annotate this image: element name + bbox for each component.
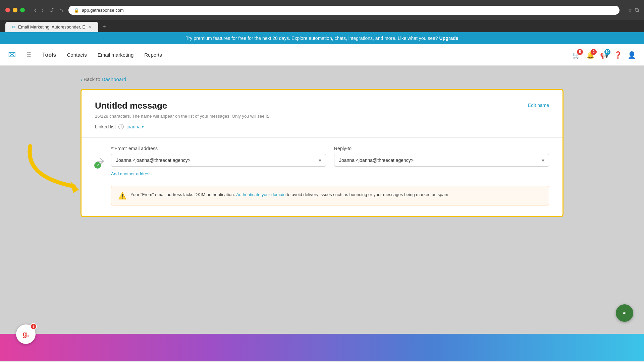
list-dropdown-value: joanna (126, 124, 141, 129)
nav-tools[interactable]: Tools (42, 52, 56, 58)
refresh-button[interactable]: ↺ (48, 5, 55, 15)
email-section: ✓ *"From" email address Joanna <joanna@t… (95, 146, 549, 205)
minimize-button[interactable] (13, 8, 17, 12)
step-icon: ✓ (95, 155, 107, 167)
message-hint: 16/128 characters. The name will appear … (95, 114, 549, 119)
back-nav: ‹ Back to Dashboard (0, 76, 644, 89)
brand-logo[interactable]: ✉ (8, 49, 16, 60)
message-title: Untitled message (95, 101, 167, 111)
tab-close-button[interactable]: ✕ (88, 24, 92, 29)
list-dropdown-arrow-icon: ▾ (142, 125, 144, 129)
main-content: ‹ Back to Dashboard Untitled message Edi… (0, 66, 644, 361)
profile-button[interactable]: 👤 (628, 51, 636, 59)
browser-icons: ☆ ⧉ (628, 7, 639, 13)
g-badge: 5 (30, 323, 37, 330)
top-nav: ✉ ⠿ Tools Contacts Email marketing Repor… (0, 44, 644, 66)
bottom-bar (0, 334, 644, 361)
nav-right: 🛒 5 🔔 2 📢 10 ❓ 👤 (573, 51, 636, 59)
linked-list-row: Linked list i joanna ▾ (95, 124, 549, 129)
reply-to-select-wrapper: Joanna <joanna@threecat.agency> (334, 154, 549, 167)
message-name-row: Untitled message Edit name (95, 101, 549, 111)
ai-button-label: AI (623, 311, 627, 315)
edit-name-link[interactable]: Edit name (528, 103, 549, 108)
list-dropdown[interactable]: joanna ▾ (126, 124, 144, 129)
close-button[interactable] (5, 8, 10, 12)
bell-button[interactable]: 🔔 2 (586, 51, 595, 59)
g-icon-letter: g. (22, 330, 29, 339)
lock-icon: 🔒 (74, 8, 79, 13)
new-tab-button[interactable]: + (98, 22, 110, 32)
warning-text: Your "From" email address lacks DKIM aut… (130, 191, 449, 198)
dashboard-link-text: Dashboard (102, 76, 126, 82)
warning-box: ⚠️ Your "From" email address lacks DKIM … (111, 186, 549, 205)
browser-nav: ‹ › ↺ ⌂ (33, 5, 64, 15)
from-email-select[interactable]: Joanna <joanna@threecat.agency> (111, 154, 326, 167)
broadcast-badge: 10 (604, 49, 610, 55)
back-to-dashboard-link[interactable]: ‹ Back to Dashboard (80, 76, 564, 82)
warning-suffix-text: to avoid delivery issues such as bouncin… (287, 192, 449, 197)
add-address-link[interactable]: Add another address (111, 171, 152, 176)
extensions-icon[interactable]: ⧉ (635, 7, 639, 13)
broadcast-button[interactable]: 📢 10 (600, 51, 608, 59)
url-text: app.getresponse.com (82, 8, 124, 13)
reply-to-select[interactable]: Joanna <joanna@threecat.agency> (334, 154, 549, 167)
tab-bar: ✉ Email Marketing, Autoresponder, E ✕ + (0, 20, 644, 32)
svg-marker-0 (70, 181, 79, 193)
nav-contacts[interactable]: Contacts (67, 52, 87, 58)
from-email-select-wrapper: Joanna <joanna@threecat.agency> (111, 154, 326, 167)
nav-links: Contacts Email marketing Reports (67, 52, 162, 58)
browser-chrome: ‹ › ↺ ⌂ 🔒 app.getresponse.com ☆ ⧉ (0, 0, 644, 20)
warning-main-text: Your "From" email address lacks DKIM aut… (130, 192, 235, 197)
reply-to-label: Reply-to (334, 146, 549, 151)
reply-to-block: Reply-to Joanna <joanna@threecat.agency> (334, 146, 549, 167)
nav-reports[interactable]: Reports (144, 52, 162, 58)
email-field-group: *"From" email address Joanna <joanna@thr… (111, 146, 549, 167)
from-email-block: *"From" email address Joanna <joanna@thr… (111, 146, 326, 167)
bell-badge: 2 (591, 49, 597, 55)
step-check-icon: ✓ (94, 162, 101, 169)
ai-button[interactable]: AI (616, 304, 633, 322)
linked-list-label: Linked list (95, 124, 116, 129)
authenticate-domain-link[interactable]: Authenticate your domain (236, 192, 285, 197)
warning-icon: ⚠️ (118, 192, 126, 200)
tab-title: Email Marketing, Autoresponder, E (18, 24, 85, 29)
tab-mail-icon: ✉ (12, 25, 15, 29)
info-icon[interactable]: i (118, 124, 124, 129)
forward-button[interactable]: › (40, 5, 45, 15)
traffic-lights (5, 8, 25, 12)
upgrade-link[interactable]: Upgrade (439, 36, 459, 41)
back-chevron-icon: ‹ (80, 76, 82, 82)
cart-badge: 5 (577, 49, 583, 55)
address-bar[interactable]: 🔒 app.getresponse.com (68, 6, 620, 15)
promo-text: Try premium features for free for the ne… (186, 36, 438, 41)
help-button[interactable]: ❓ (614, 51, 622, 59)
back-prefix: Back to (84, 76, 100, 82)
from-email-label: *"From" email address (111, 146, 326, 151)
active-tab[interactable]: ✉ Email Marketing, Autoresponder, E ✕ (5, 22, 98, 32)
grid-icon[interactable]: ⠿ (26, 51, 32, 59)
form-card: Untitled message Edit name 16/128 charac… (80, 89, 564, 217)
g-icon-container[interactable]: g. 5 (16, 324, 36, 344)
back-button[interactable]: ‹ (33, 5, 38, 15)
star-icon[interactable]: ☆ (628, 7, 632, 13)
home-button[interactable]: ⌂ (58, 5, 64, 15)
cart-button[interactable]: 🛒 5 (573, 51, 581, 59)
maximize-button[interactable] (20, 8, 25, 12)
nav-email-marketing[interactable]: Email marketing (98, 52, 134, 58)
section-divider (82, 137, 562, 138)
email-fields: *"From" email address Joanna <joanna@thr… (111, 146, 549, 205)
promo-banner: Try premium features for free for the ne… (0, 32, 644, 44)
